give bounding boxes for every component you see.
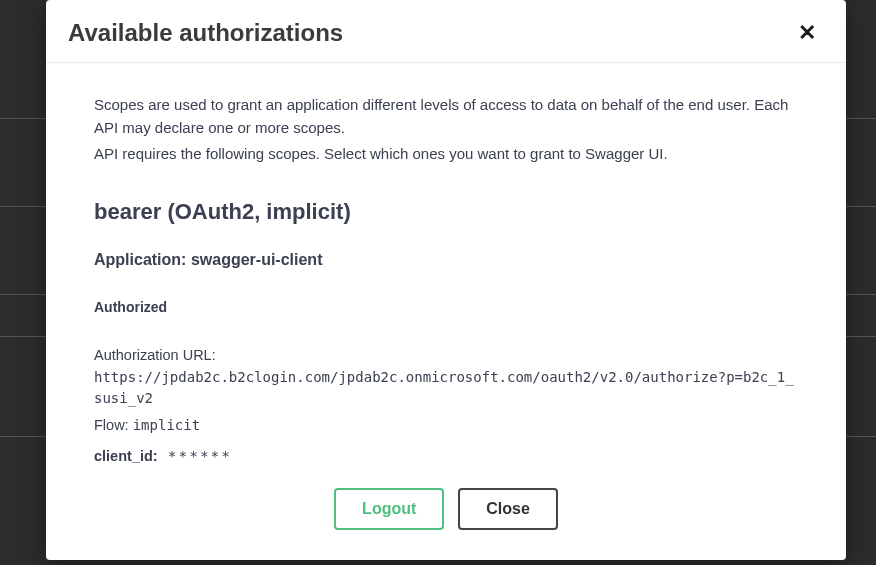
authorizations-modal: Available authorizations ✕ Scopes are us… bbox=[46, 0, 846, 560]
close-icon-button[interactable]: ✕ bbox=[790, 18, 824, 48]
scopes-description: Scopes are used to grant an application … bbox=[94, 93, 798, 140]
logout-button[interactable]: Logout bbox=[334, 488, 444, 530]
close-icon: ✕ bbox=[798, 20, 816, 45]
application-label: Application: bbox=[94, 251, 186, 268]
application-value: swagger-ui-client bbox=[191, 251, 323, 268]
client-id-value: ****** bbox=[168, 448, 232, 464]
button-row: Logout Close bbox=[94, 488, 798, 530]
scopes-select-instruction: API requires the following scopes. Selec… bbox=[94, 142, 798, 165]
auth-status: Authorized bbox=[94, 299, 798, 315]
flow-label: Flow: bbox=[94, 417, 129, 433]
flow-line: Flow: implicit bbox=[94, 415, 798, 437]
modal-body: Scopes are used to grant an application … bbox=[46, 63, 846, 560]
modal-title: Available authorizations bbox=[68, 19, 343, 47]
client-id-line: client_id: ****** bbox=[94, 446, 798, 468]
auth-scheme-title: bearer (OAuth2, implicit) bbox=[94, 199, 798, 225]
authorization-url-label: Authorization URL: bbox=[94, 345, 798, 367]
close-button[interactable]: Close bbox=[458, 488, 558, 530]
client-id-label: client_id: bbox=[94, 448, 158, 464]
modal-header: Available authorizations ✕ bbox=[46, 0, 846, 63]
authorization-url-value: https://jpdab2c.b2clogin.com/jpdab2c.onm… bbox=[94, 367, 798, 409]
authorization-url-block: Authorization URL: https://jpdab2c.b2clo… bbox=[94, 345, 798, 409]
application-line: Application: swagger-ui-client bbox=[94, 251, 798, 269]
flow-value: implicit bbox=[133, 417, 200, 433]
